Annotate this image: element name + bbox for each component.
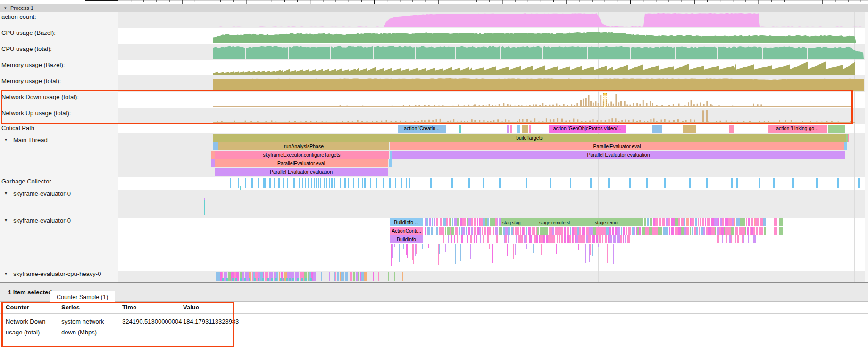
collapse-caret-icon[interactable]: ▾ (5, 191, 7, 196)
gc-event-tick[interactable] (287, 178, 288, 188)
gc-event-tick[interactable] (326, 178, 327, 188)
gc-event-tick[interactable] (858, 178, 860, 188)
critical-path-span[interactable] (652, 125, 662, 133)
main-thread-span[interactable]: buildTargets (213, 134, 846, 142)
skyframe-span[interactable]: ActionConti... (390, 227, 423, 235)
critical-path-span[interactable] (522, 125, 528, 133)
gc-event-tick[interactable] (340, 178, 341, 188)
critical-path-span[interactable] (729, 125, 734, 133)
main-thread-span[interactable] (211, 159, 215, 167)
gc-event-tick[interactable] (773, 178, 775, 188)
collapse-caret-icon[interactable]: ▾ (5, 271, 7, 276)
gc-event-tick[interactable] (316, 178, 317, 188)
gc-event-tick[interactable] (646, 178, 648, 188)
tiny-span-marker[interactable] (204, 200, 205, 215)
gc-event-tick[interactable] (258, 178, 259, 188)
gc-event-tick[interactable] (344, 178, 346, 188)
gc-event-tick[interactable] (320, 178, 321, 188)
gc-event-tick[interactable] (409, 178, 410, 188)
timeline-canvas[interactable]: action 'Creatin...action 'GenObjcProtos … (0, 0, 868, 282)
main-thread-span[interactable]: ParallelEvaluator.eval (215, 159, 388, 167)
gc-event-tick[interactable] (324, 178, 325, 188)
critical-path-span[interactable]: action 'GenObjcProtos video/... (549, 125, 626, 133)
counter-chart-memory-usage-total-[interactable] (0, 77, 868, 91)
skyframe-span[interactable]: BuildInfo (390, 235, 423, 243)
gc-event-tick[interactable] (311, 178, 312, 188)
gc-event-tick[interactable] (526, 178, 527, 188)
gc-event-tick[interactable] (468, 178, 470, 188)
gc-event-tick[interactable] (759, 178, 760, 188)
skyframe-span[interactable] (779, 227, 783, 235)
gc-event-tick[interactable] (348, 178, 349, 188)
critical-path-span[interactable] (517, 125, 520, 133)
collapse-caret-icon[interactable]: ▾ (5, 217, 7, 223)
counter-chart-network-up-usage-total-[interactable] (0, 109, 868, 123)
gc-event-tick[interactable] (608, 178, 610, 188)
gc-event-tick[interactable] (305, 178, 306, 188)
sidebar-divider[interactable] (118, 0, 118, 282)
gc-event-tick[interactable] (245, 178, 246, 188)
skyframe-span[interactable] (774, 218, 777, 226)
gc-event-tick[interactable] (389, 178, 391, 188)
main-thread-span[interactable] (390, 151, 392, 159)
gc-event-tick[interactable] (500, 178, 501, 188)
gc-event-tick[interactable] (731, 178, 733, 188)
counter-chart-action-count[interactable] (0, 13, 868, 27)
critical-path-span[interactable] (828, 125, 845, 133)
gc-event-tick[interactable] (353, 178, 354, 188)
gc-event-tick[interactable] (274, 178, 275, 188)
gc-event-tick[interactable] (483, 178, 484, 188)
tiny-span-marker[interactable] (240, 186, 241, 190)
gc-event-tick[interactable] (230, 178, 231, 188)
vertical-scrollbar[interactable] (865, 12, 868, 282)
gc-event-tick[interactable] (362, 178, 363, 188)
collapse-caret-icon[interactable]: ▾ (5, 137, 7, 142)
gc-event-tick[interactable] (383, 178, 384, 188)
gc-event-tick[interactable] (395, 178, 396, 188)
gc-event-tick[interactable] (706, 178, 708, 188)
gc-event-tick[interactable] (816, 178, 818, 188)
tab-counter-sample[interactable]: Counter Sample (1) (50, 291, 115, 304)
critical-path-span[interactable] (507, 125, 509, 133)
critical-path-span[interactable] (683, 125, 696, 133)
critical-path-span[interactable]: action 'Linking go... (768, 125, 827, 133)
skyframe-green-span[interactable]: stag.stag... (501, 218, 539, 226)
gc-event-tick[interactable] (406, 178, 407, 188)
gc-event-tick[interactable] (264, 178, 266, 188)
gc-event-tick[interactable] (736, 178, 738, 188)
main-thread-span[interactable]: Parallel Evaluator evaluation (215, 168, 388, 176)
gc-event-tick[interactable] (401, 178, 402, 188)
skyframe-span[interactable] (779, 218, 783, 226)
critical-path-span[interactable] (459, 125, 461, 133)
gc-event-tick[interactable] (451, 178, 453, 188)
gc-event-tick[interactable] (283, 178, 284, 188)
critical-path-span[interactable] (510, 125, 512, 133)
gc-event-tick[interactable] (430, 178, 432, 188)
skyframe-green-span[interactable]: stage.remote.st... (538, 218, 595, 226)
gc-event-tick[interactable] (251, 178, 253, 188)
counter-chart-memory-usage-bazel-[interactable] (0, 61, 868, 75)
skyframe-green-span[interactable]: stage.remot... (594, 218, 643, 226)
gc-event-tick[interactable] (689, 178, 691, 188)
skyframe-span[interactable]: BuildInfo ... (390, 218, 423, 226)
counter-chart-network-down-usage-total-[interactable] (0, 93, 868, 107)
skyframe-span[interactable] (774, 227, 777, 235)
main-thread-span[interactable] (389, 159, 392, 167)
gc-event-tick[interactable] (331, 178, 333, 188)
critical-path-span[interactable] (529, 125, 531, 133)
gc-event-tick[interactable] (358, 178, 359, 188)
counter-chart-cpu-usage-bazel-[interactable] (0, 29, 868, 43)
gc-event-tick[interactable] (376, 178, 377, 188)
gc-event-tick[interactable] (334, 178, 335, 188)
gc-event-tick[interactable] (302, 178, 303, 188)
gc-event-tick[interactable] (308, 178, 309, 188)
gc-event-tick[interactable] (299, 178, 300, 188)
gc-event-tick[interactable] (629, 178, 631, 188)
gc-event-tick[interactable] (792, 178, 794, 188)
main-thread-span[interactable] (213, 142, 218, 150)
main-thread-span[interactable] (848, 134, 849, 142)
gc-event-tick[interactable] (269, 178, 271, 188)
gc-event-tick[interactable] (370, 178, 371, 188)
gc-event-tick[interactable] (238, 178, 239, 188)
gc-event-tick[interactable] (314, 178, 315, 188)
